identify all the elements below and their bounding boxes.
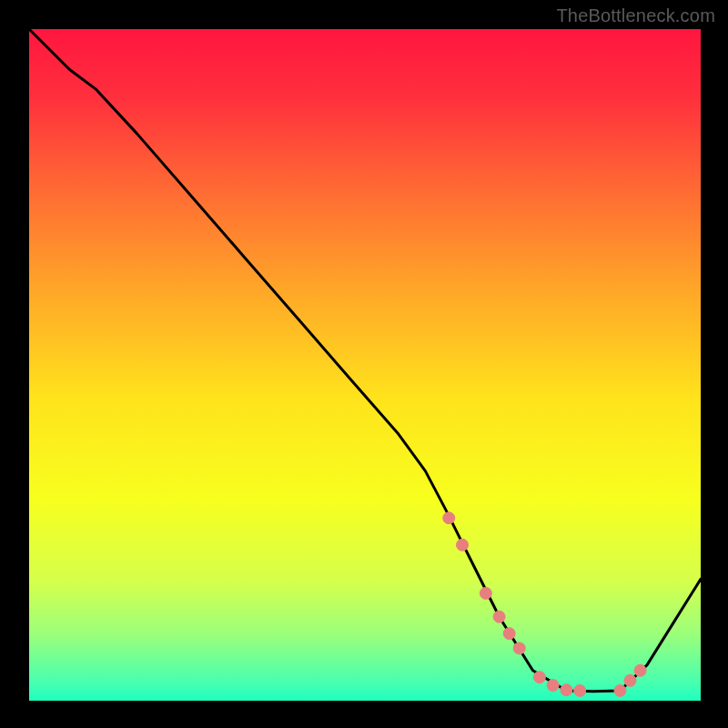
- plot-background: [29, 29, 701, 701]
- data-point: [443, 512, 455, 524]
- data-point: [493, 611, 505, 622]
- data-point: [503, 628, 515, 640]
- data-point: [561, 684, 572, 696]
- data-point: [513, 642, 525, 654]
- data-point: [624, 674, 636, 686]
- chart-svg: [0, 0, 728, 728]
- data-point: [457, 539, 469, 551]
- data-point: [614, 684, 626, 696]
- data-point: [533, 672, 545, 683]
- watermark-text: TheBottleneck.com: [556, 5, 715, 26]
- data-point: [480, 587, 491, 599]
- data-point: [634, 664, 646, 676]
- chart-stage: TheBottleneck.com: [0, 0, 728, 728]
- data-point: [574, 684, 586, 696]
- data-point: [547, 680, 559, 692]
